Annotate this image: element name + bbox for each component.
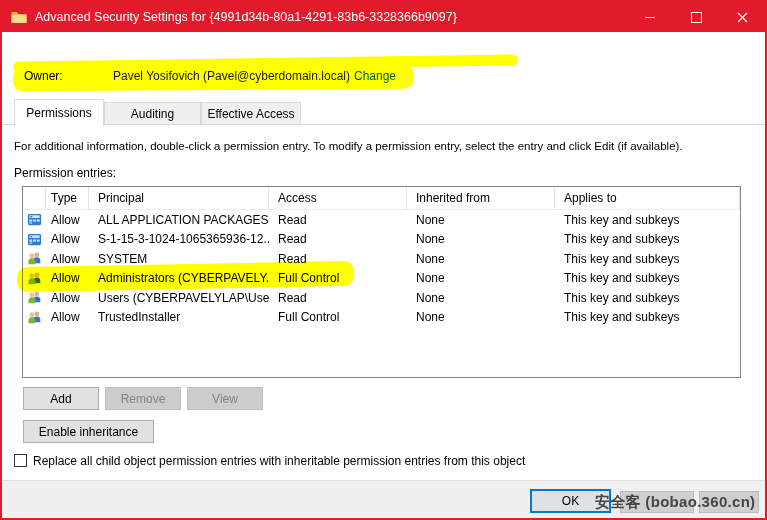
replace-permissions-checkbox[interactable] [14, 454, 27, 467]
minimize-icon [645, 17, 655, 18]
column-type[interactable]: Type [46, 187, 89, 209]
cell-type: Allow [46, 232, 89, 246]
tab-permissions[interactable]: Permissions [14, 99, 104, 126]
permission-row[interactable]: Allow TrustedInstaller Full Control None… [23, 308, 740, 328]
users-icon [23, 310, 46, 325]
advanced-security-settings-dialog: Advanced Security Settings for {4991d34b… [0, 0, 767, 520]
cell-access: Read [269, 232, 407, 246]
close-button[interactable] [719, 2, 765, 32]
column-inherited-from[interactable]: Inherited from [407, 187, 555, 209]
permission-row-highlighted[interactable]: Allow Administrators (CYBERPAVELY... Ful… [23, 269, 740, 289]
cell-type: Allow [46, 291, 89, 305]
tab-effective-access[interactable]: Effective Access [201, 102, 301, 125]
list-header: Type Principal Access Inherited from App… [23, 187, 740, 210]
permission-row[interactable]: Allow Users (CYBERPAVELYLAP\Users) Read … [23, 288, 740, 308]
cell-principal: Administrators (CYBERPAVELY... [89, 271, 269, 285]
cell-inherited-from: None [407, 252, 555, 266]
cell-inherited-from: None [407, 291, 555, 305]
cell-access: Read [269, 252, 407, 266]
info-text: For additional information, double-click… [14, 140, 762, 152]
users-icon [23, 290, 46, 305]
window-controls [627, 2, 765, 32]
cell-type: Allow [46, 271, 89, 285]
column-access[interactable]: Access [269, 187, 407, 209]
cell-principal: Users (CYBERPAVELYLAP\Users) [89, 291, 269, 305]
app-package-icon [23, 212, 46, 227]
owner-value: Pavel Yosifovich (Pavel@cyberdomain.loca… [113, 69, 350, 83]
minimize-button[interactable] [627, 2, 673, 32]
maximize-icon [691, 12, 702, 23]
cell-access: Read [269, 213, 407, 227]
permission-row[interactable]: Allow ALL APPLICATION PACKAGES Read None… [23, 210, 740, 230]
cell-applies-to: This key and subkeys [555, 271, 740, 285]
permission-row[interactable]: Allow SYSTEM Read None This key and subk… [23, 249, 740, 269]
cell-type: Allow [46, 213, 89, 227]
owner-label: Owner: [24, 69, 63, 83]
cell-inherited-from: None [407, 310, 555, 324]
column-applies-to[interactable]: Applies to [555, 187, 740, 209]
tab-auditing[interactable]: Auditing [104, 102, 201, 125]
window-title: Advanced Security Settings for {4991d34b… [35, 10, 457, 24]
cell-inherited-from: None [407, 213, 555, 227]
permission-row[interactable]: Allow S-1-15-3-1024-1065365936-12... Rea… [23, 230, 740, 250]
cell-applies-to: This key and subkeys [555, 291, 740, 305]
cell-principal: ALL APPLICATION PACKAGES [89, 213, 269, 227]
permission-entries-list[interactable]: Type Principal Access Inherited from App… [22, 186, 741, 378]
column-principal[interactable]: Principal [89, 187, 269, 209]
maximize-button[interactable] [673, 2, 719, 32]
cell-inherited-from: None [407, 232, 555, 246]
cell-type: Allow [46, 252, 89, 266]
cell-applies-to: This key and subkeys [555, 252, 740, 266]
view-button[interactable]: View [187, 387, 263, 410]
cell-type: Allow [46, 310, 89, 324]
enable-inheritance-button[interactable]: Enable inheritance [23, 420, 154, 443]
cell-applies-to: This key and subkeys [555, 213, 740, 227]
change-owner-link[interactable]: Change [354, 69, 396, 83]
cell-access: Read [269, 291, 407, 305]
close-icon [737, 12, 748, 23]
cell-applies-to: This key and subkeys [555, 232, 740, 246]
cell-principal: S-1-15-3-1024-1065365936-12... [89, 232, 269, 246]
cell-applies-to: This key and subkeys [555, 310, 740, 324]
watermark-text: 安全客 (bobao.360.cn) [595, 493, 755, 512]
add-button[interactable]: Add [23, 387, 99, 410]
replace-permissions-label: Replace all child object permission entr… [33, 454, 525, 468]
cell-access: Full Control [269, 310, 407, 324]
cell-principal: SYSTEM [89, 252, 269, 266]
users-icon [23, 271, 46, 286]
app-package-icon [23, 232, 46, 247]
users-icon [23, 251, 46, 266]
permission-entries-label: Permission entries: [14, 166, 116, 180]
folder-icon [11, 11, 27, 24]
titlebar[interactable]: Advanced Security Settings for {4991d34b… [2, 2, 765, 32]
cell-principal: TrustedInstaller [89, 310, 269, 324]
remove-button[interactable]: Remove [105, 387, 181, 410]
column-icon[interactable] [23, 187, 46, 209]
cell-inherited-from: None [407, 271, 555, 285]
cell-access: Full Control [269, 271, 407, 285]
